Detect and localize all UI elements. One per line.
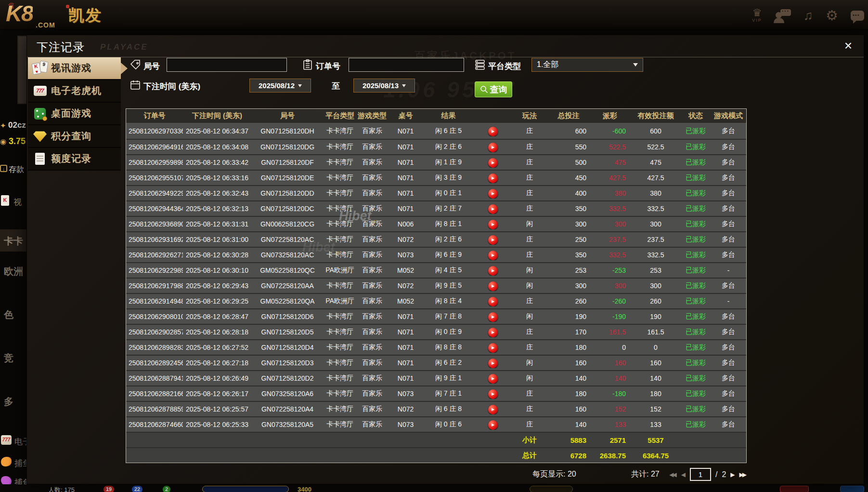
cell-replay: ▶: [474, 343, 512, 353]
cell-payout: 133: [590, 421, 630, 428]
play-replay-button[interactable]: ▶: [488, 343, 498, 353]
play-replay-button[interactable]: ▶: [488, 220, 498, 229]
play-replay-button[interactable]: ▶: [488, 127, 498, 136]
col-header-order: 订单号: [126, 111, 183, 120]
cell-game-type: 百家乐: [356, 374, 388, 383]
play-replay-button[interactable]: ▶: [488, 405, 498, 414]
cell-table-number: N071: [388, 344, 423, 351]
cell-game-mode: 多台: [710, 328, 747, 336]
crown-icon: ♛: [752, 8, 762, 18]
balance: 3.75: [9, 136, 26, 146]
play-replay-button[interactable]: ▶: [488, 204, 498, 214]
cell-result: 闲 8 庄 4: [423, 297, 474, 306]
play-replay-button[interactable]: ▶: [488, 297, 498, 306]
round-number-input[interactable]: [167, 58, 287, 72]
prev-page-icon[interactable]: ◀: [681, 471, 686, 478]
music-icon[interactable]: ♫: [803, 8, 813, 23]
cell-payout: -253: [590, 266, 630, 274]
page-number-input[interactable]: 1: [690, 468, 711, 481]
sidebar-item-points-query[interactable]: 积分查询: [28, 125, 121, 148]
pagination-controls: ◀◀ ◀ 1 / 2 ▶ ▶▶: [669, 468, 747, 481]
play-replay-button[interactable]: ▶: [488, 389, 498, 399]
total-count-value: 27: [651, 470, 660, 478]
close-icon[interactable]: ×: [844, 38, 852, 53]
table-row: 250812062936890 2025-08-12 06:31:31 GN00…: [126, 216, 746, 231]
chat-bubble-icon[interactable]: [851, 11, 864, 21]
clipboard-icon: [302, 59, 313, 70]
cell-game-mode: 多台: [710, 220, 747, 228]
date-from-select[interactable]: 2025/08/12: [249, 79, 311, 93]
play-replay-button[interactable]: ▶: [488, 189, 498, 199]
cell-round-id: GN071258120DH: [251, 127, 324, 135]
play-replay-button[interactable]: ▶: [488, 235, 498, 245]
cell-valid-bet: 475: [630, 159, 682, 166]
deposit-icon: ↓: [0, 165, 7, 172]
play-replay-button[interactable]: ▶: [488, 251, 498, 260]
cell-game-type: 百家乐: [356, 420, 388, 429]
cell-game-mode: 多台: [710, 189, 747, 198]
cell-result: 闲 6 庄 9: [423, 251, 474, 259]
play-replay-button[interactable]: ▶: [488, 281, 498, 291]
cell-status: 已派彩: [682, 173, 710, 182]
sidebar-item-quota-records[interactable]: 额度记录: [28, 148, 121, 171]
play-replay-button[interactable]: ▶: [488, 312, 498, 322]
cell-valid-bet: 133: [630, 421, 682, 428]
cell-total-bet: 190: [547, 313, 590, 320]
cell-bet-type: 闲: [512, 266, 547, 275]
play-replay-button[interactable]: ▶: [488, 328, 498, 337]
cell-payout: 237.5: [590, 236, 630, 243]
table-row: 250812062908010 2025-08-12 06:28:47 GN07…: [126, 308, 746, 324]
play-replay-button[interactable]: ▶: [488, 374, 498, 384]
play-replay-button[interactable]: ▶: [488, 143, 498, 152]
dice-icon: [30, 108, 50, 120]
cell-game-mode: 多台: [710, 405, 747, 413]
k8-logo[interactable]: ♛ K8 .COM 凯发: [5, 1, 116, 29]
date-to-select[interactable]: 2025/08/13: [353, 79, 415, 93]
query-button[interactable]: 查询: [475, 81, 512, 97]
vip-icon[interactable]: ♛ VIP: [752, 8, 762, 23]
cell-total-bet: 160: [547, 405, 590, 413]
cell-game-mode: 多台: [710, 158, 747, 167]
cell-result: 闲 7 庄 8: [423, 312, 474, 321]
platform-type-select[interactable]: 1.全部: [531, 58, 643, 72]
cell-status: 已派彩: [682, 251, 710, 259]
order-number-input[interactable]: [349, 58, 464, 72]
play-replay-button[interactable]: ▶: [488, 158, 498, 168]
cell-result: 闲 4 庄 5: [423, 266, 474, 275]
next-page-icon[interactable]: ▶: [730, 471, 735, 478]
person-body-icon: [774, 18, 784, 23]
cell-order-id: 250812062970336: [126, 127, 183, 135]
cell-bet-type: 闲: [512, 312, 547, 321]
cell-status: 已派彩: [682, 389, 710, 398]
cell-total-bet: 140: [547, 374, 590, 382]
settings-gear-icon[interactable]: ⚙: [826, 7, 838, 24]
cell-round-id: GM052258120QA: [251, 297, 324, 305]
cell-status: 已派彩: [682, 420, 710, 429]
bet-time-label: 下注时间 (美东): [143, 81, 200, 92]
cell-game-mode: 多台: [710, 389, 747, 398]
sidebar-item-live-games[interactable]: 9K♥ 视讯游戏: [28, 57, 121, 80]
cell-replay: ▶: [474, 188, 512, 199]
calendar-icon: [130, 80, 141, 90]
platform-server-icon: [475, 59, 485, 70]
play-replay-button[interactable]: ▶: [488, 266, 498, 276]
play-replay-button[interactable]: ▶: [488, 359, 498, 368]
customer-service-icon[interactable]: [775, 8, 791, 23]
last-page-icon[interactable]: ▶▶: [739, 471, 747, 478]
cell-order-id: 250812062949229: [126, 189, 183, 197]
totals-label: 小计: [512, 436, 547, 445]
cell-bet-type: 闲: [512, 281, 547, 290]
cell-result: 闲 2 庄 7: [423, 204, 474, 213]
sidebar-item-slots[interactable]: 777 电子老虎机: [28, 80, 121, 103]
cell-valid-bet: 300: [630, 282, 682, 290]
first-page-icon[interactable]: ◀◀: [669, 471, 676, 478]
cell-game-mode: -: [710, 266, 747, 274]
play-replay-button[interactable]: ▶: [488, 420, 498, 430]
cell-payout: 332.5: [590, 205, 630, 213]
cell-bet-type: 庄: [512, 405, 547, 413]
play-replay-button[interactable]: ▶: [488, 173, 498, 183]
cell-round-id: GN073258120A6: [251, 390, 324, 398]
cell-round-id: GN071258120D2: [251, 374, 324, 382]
sidebar-item-label: 视讯游戏: [51, 62, 91, 75]
sidebar-item-table-games[interactable]: 桌面游戏: [28, 103, 121, 125]
